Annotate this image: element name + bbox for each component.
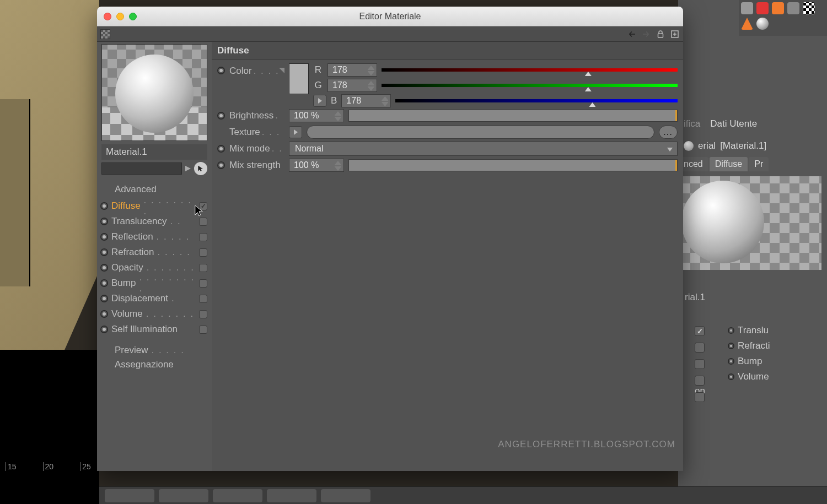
channel-translucency[interactable]: Translucency . . [100,214,207,229]
pick-arrow-button[interactable] [194,162,207,175]
channel-checkbox[interactable] [199,279,207,288]
attr-tab[interactable]: ifica [684,118,700,129]
channel-bump[interactable]: Bump . . . . . . . . . [100,275,207,291]
r-input[interactable]: 178 [327,63,377,77]
param-anim-icon[interactable] [217,112,225,120]
preview-link[interactable]: Preview. . . . . [100,343,207,357]
param-anim-icon[interactable] [217,67,225,74]
channel-checkbox[interactable] [199,295,207,303]
checker-toggle-icon[interactable] [100,29,110,39]
attr-checkbox[interactable] [695,376,705,386]
brightness-input[interactable]: 100 % [289,109,344,122]
color-expand-button[interactable] [313,95,326,107]
brightness-label: Brightness [229,110,273,121]
lock-icon[interactable] [656,29,665,39]
room-dark [0,350,99,504]
param-anim-icon[interactable] [100,279,108,287]
footer-chip[interactable] [159,489,208,502]
material-name-field[interactable]: Material.1 [101,144,207,160]
texture-browse-button[interactable]: ... [659,126,678,139]
g-slider[interactable] [382,80,678,90]
channel-label: Refraction [111,247,154,258]
checker-icon[interactable] [803,2,815,14]
attr-ch[interactable]: Volume [738,371,769,382]
channel-checkbox[interactable] [199,310,207,318]
attr-subtab[interactable]: Pr [749,157,769,171]
window-frame [0,99,30,286]
g-input[interactable]: 178 [327,79,377,92]
b-slider[interactable] [395,96,678,106]
material-preview[interactable] [101,44,207,141]
channel-self-illumination[interactable]: Self Illumination [100,322,207,337]
attr-checkbox[interactable] [695,343,705,353]
mixstrength-slider[interactable] [348,159,678,171]
tool-icon[interactable] [741,2,753,14]
channel-displacement[interactable]: Displacement . [100,291,207,306]
color-swatch[interactable] [289,63,309,94]
channel-refraction[interactable]: Refraction . . . . . [100,245,207,260]
tool-icon[interactable] [756,2,769,14]
attr-checkbox[interactable] [695,392,705,402]
window-title: Editor Materiale [97,12,683,21]
texture-menu-button[interactable] [289,126,302,138]
texture-field[interactable] [307,126,654,139]
attr-subtab-active[interactable]: Diffuse [710,157,748,171]
channel-checkbox[interactable] [199,218,207,226]
param-anim-icon[interactable] [100,202,108,210]
param-anim-icon[interactable] [100,218,108,225]
attr-checkbox[interactable] [695,326,705,336]
attr-ch[interactable]: Bump [738,356,762,367]
b-input[interactable]: 178 [341,94,391,107]
brightness-slider[interactable] [348,110,678,122]
param-anim-icon[interactable] [217,145,225,153]
tool-icon[interactable] [787,2,799,14]
color-label: Color [229,66,252,77]
footer-chip[interactable] [267,489,316,502]
mixmode-label: Mix mode [229,143,270,154]
search-input[interactable] [101,162,182,175]
footer-chip[interactable] [213,489,262,502]
channel-volume[interactable]: Volume . . . . . . . [100,306,207,322]
attr-tab[interactable]: Dati Utente [710,118,757,129]
param-anim-icon[interactable] [100,233,108,241]
attr-title-name: [Material.1] [720,140,766,151]
new-tab-icon[interactable] [670,29,680,39]
channel-diffuse[interactable]: Diffuse . . . . . . . . [100,198,207,214]
param-anim-icon[interactable] [100,326,108,333]
attr-title: erial [Material.1] [678,140,827,151]
r-slider[interactable] [382,65,678,75]
channel-checkbox[interactable] [199,326,207,334]
param-anim-icon[interactable] [217,161,225,169]
channel-reflection[interactable]: Reflection . . . . . [100,229,207,245]
attr-checkbox[interactable] [695,359,705,369]
forward-arrow-icon[interactable] [641,29,651,39]
footer-chip[interactable] [105,489,154,502]
search-menu-icon[interactable] [184,163,192,174]
tool-icon[interactable] [772,2,784,14]
attr-ch[interactable]: Refracti [738,340,770,351]
window-toolbar [97,26,683,42]
dots-filler: . . . . . . . [146,308,196,319]
watermark-text: ANGELOFERRETTI.BLOGSPOT.COM [498,439,675,450]
material-icon [684,141,694,151]
param-anim-icon[interactable] [100,248,108,256]
assignment-link[interactable]: Assegnazione [100,357,207,371]
param-anim-icon[interactable] [100,310,108,318]
color-menu-icon[interactable] [279,68,284,73]
channel-list: Advanced Diffuse . . . . . . . . Translu… [97,180,212,371]
section-heading: Diffuse [212,42,683,60]
channel-checkbox[interactable] [199,264,207,272]
channel-checkbox[interactable] [199,233,207,241]
footer-chip[interactable] [321,489,370,502]
titlebar[interactable]: Editor Materiale [97,7,683,26]
attr-ch[interactable]: Translu [738,325,769,336]
triangle-icon[interactable] [741,18,753,30]
mixstrength-input[interactable]: 100 % [289,159,344,172]
mixmode-dropdown[interactable]: Normal [289,142,678,156]
param-anim-icon[interactable] [100,264,108,272]
timeline-tick: 20 [43,462,54,471]
back-arrow-icon[interactable] [627,29,637,39]
channel-checkbox[interactable] [199,248,207,257]
sphere-icon[interactable] [756,18,769,30]
param-anim-icon[interactable] [100,295,108,302]
